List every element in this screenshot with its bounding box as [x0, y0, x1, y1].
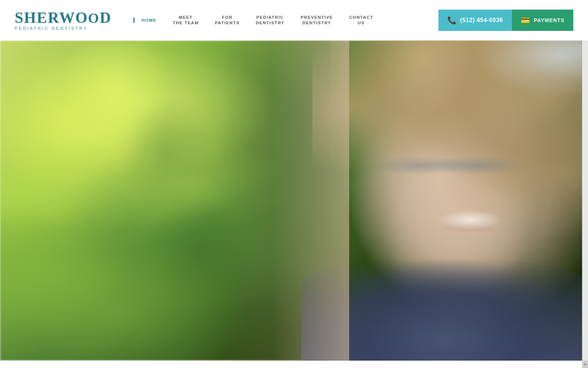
scrollbar[interactable]: ▲ ▼ [582, 0, 588, 361]
credit-card-icon: 💳 [521, 16, 530, 25]
payments-label: PAYMENTS [534, 17, 564, 23]
nav-item-contact-us[interactable]: CONTACTUS [341, 15, 381, 26]
hero-smile [415, 202, 526, 232]
hero-section [0, 40, 588, 361]
phone-button[interactable]: 📞 (512) 454-6936 [438, 10, 512, 31]
nav-item-preventive-dentistry[interactable]: PREVENTIVEDENTISTRY [293, 15, 341, 26]
nav-item-for-patients[interactable]: FORPATIENTS [207, 15, 248, 26]
payments-button[interactable]: 💳 PAYMENTS [512, 10, 573, 31]
nav-item-pediatric-dentistry[interactable]: PEDIATRICDENTISTRY [248, 15, 293, 26]
header: SHERWOOD PEDIATRIC DENTISTRY HOME MEETTH… [0, 0, 588, 40]
logo[interactable]: SHERWOOD PEDIATRIC DENTISTRY [15, 10, 111, 31]
logo-subtitle: PEDIATRIC DENTISTRY [15, 26, 111, 31]
nav-item-home[interactable]: HOME [133, 18, 165, 23]
nav-item-meet-the-team[interactable]: MEETTHE TEAM [165, 15, 207, 26]
logo-name: SHERWOOD [15, 10, 111, 25]
hero-blend [220, 40, 349, 361]
hero-eyes [356, 144, 540, 188]
hero-top-right-bokeh [441, 40, 588, 114]
hero-background [0, 40, 588, 361]
phone-number: (512) 454-6936 [460, 17, 503, 24]
phone-icon: 📞 [447, 16, 457, 25]
main-nav: HOME MEETTHE TEAM FORPATIENTS PEDIATRICD… [133, 15, 438, 26]
header-actions: 📞 (512) 454-6936 💳 PAYMENTS [438, 10, 573, 31]
